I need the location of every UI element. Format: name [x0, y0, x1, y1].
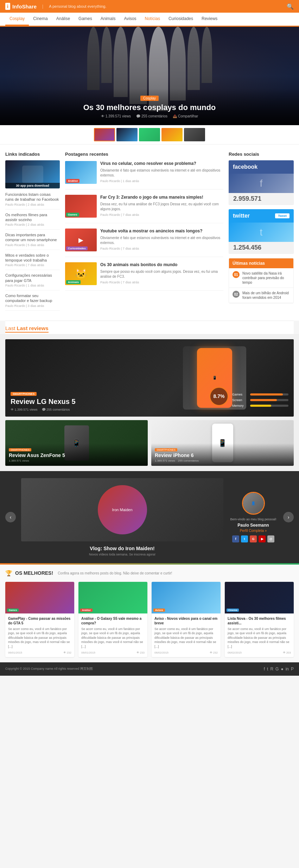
nav-link-animals[interactable]: Animals	[96, 13, 120, 25]
author-youtube-btn[interactable]: ▶	[259, 535, 266, 542]
thumbnail-4[interactable]	[161, 128, 183, 141]
twitter-count[interactable]: 1.254.456	[229, 242, 294, 254]
author-twitter-btn[interactable]: t	[241, 535, 248, 542]
footer-facebook-link[interactable]: f	[264, 667, 265, 671]
melhores-card-4[interactable]: Cinema Lista Nova - Os 30 melhores filme…	[225, 582, 294, 657]
post-item-4: 🐱 Animais Os 30 animais mais bonitos do …	[65, 262, 223, 291]
small-review-2[interactable]: 📱 SMARTPHONES Review iPhone 6 1.389.571 …	[151, 420, 294, 466]
thumbnail-2[interactable]	[116, 128, 138, 141]
footer-twitter-link[interactable]: t	[267, 667, 268, 671]
search-icon[interactable]: 🔍	[287, 3, 294, 10]
main-content: Links indicados 30 app para download Fun…	[0, 144, 299, 321]
sidebar-item-analise[interactable]: Análise	[52, 13, 74, 26]
author-gplus-btn[interactable]: G	[250, 535, 257, 542]
noticia-item-1[interactable]: 01 Novo satélite da Nasa irá contribuir …	[229, 268, 293, 288]
melhores-card-3[interactable]: Avisos Aviso - Novos vídeos para o canal…	[152, 582, 221, 657]
small-review-meta-1: 1.389.571 views	[9, 459, 144, 462]
sidebar-item-avisos[interactable]: Avisos	[120, 13, 140, 26]
card-stats-1: 👁 232	[63, 651, 71, 654]
post-title-2[interactable]: Far Cry 3: Zerando o jogo de uma maneira…	[100, 195, 223, 200]
bar-screen: Screen	[232, 398, 288, 402]
noticia-item-2[interactable]: 02 Mais de um bilhão de Android foram ve…	[229, 288, 293, 303]
hero-views: 👁 1.399.571 views	[101, 114, 131, 118]
thumbnail-3[interactable]	[139, 128, 160, 141]
card-date-1: 06/01/2015	[8, 651, 22, 654]
author-email-btn[interactable]: @	[267, 535, 274, 542]
card-views-3: 👁 232	[210, 651, 218, 654]
vlog-prev-button[interactable]: ‹	[5, 512, 16, 522]
thumbnail-5[interactable]	[184, 128, 205, 141]
card-image-3: Avisos	[152, 582, 221, 613]
author-profile-link[interactable]: Perfil Completa »	[229, 529, 278, 533]
footer-linkedin-link[interactable]: in	[286, 667, 289, 671]
post-thumb-1[interactable]: Análise	[65, 161, 97, 184]
links-feature-image[interactable]: 30 app para download	[5, 160, 60, 188]
link-author-5: Paulo Ricardo | 1 dias atrás	[5, 284, 60, 287]
card-image-1: Games	[5, 582, 74, 613]
link-item-2[interactable]: Os melhores filmes para assistir sozinho	[5, 212, 60, 223]
nav-link-cosplay[interactable]: Cosplay	[5, 13, 29, 26]
nav-link-curiosidades[interactable]: Curiosidades	[164, 13, 197, 25]
card-views-1: 👁 232	[63, 651, 71, 654]
link-item-3[interactable]: Dicas importantes para comprar um novo s…	[5, 232, 60, 243]
link-author-1: Paulo Ricardo | 2 dias atrás	[5, 203, 60, 206]
twitter-box: twitter Tweet t 1.254.456	[229, 209, 294, 254]
small-review-1[interactable]: 📱 SMARTPHONES Review Asus ZenFone 5 1.38…	[5, 420, 148, 466]
vlog-next-button[interactable]: ›	[283, 512, 294, 522]
post-badge-3: Curiosidades	[66, 246, 88, 250]
posts-column: Postagens recentes Análise Vírus no celu…	[65, 152, 223, 314]
nav-link-analise[interactable]: Análise	[52, 13, 74, 25]
nav-link-reviews[interactable]: Reviews	[197, 13, 222, 25]
sidebar-item-animals[interactable]: Animals	[96, 13, 120, 26]
author-facebook-btn[interactable]: f	[232, 535, 239, 542]
list-item: Funcionários listam coisas ruins de trab…	[5, 192, 60, 210]
tweet-button[interactable]: Tweet	[275, 213, 290, 218]
bar-games: Games	[232, 393, 288, 396]
bar-fill-memory	[250, 405, 271, 407]
post-thumb-4[interactable]: 🐱 Animais	[65, 262, 97, 285]
post-thumb-3[interactable]: ▶ Curiosidades	[65, 229, 97, 251]
small-review-views-1: 1.389.571 views	[9, 459, 29, 462]
card-badge-2: Análise	[80, 609, 93, 612]
bar-label-screen: Screen	[232, 398, 248, 402]
nav-link-noticias[interactable]: Notícias	[141, 13, 164, 25]
link-item-4[interactable]: Mitos e verdades sobre o tempoque você t…	[5, 253, 60, 263]
nav-link-cinema[interactable]: Cinema	[29, 13, 52, 25]
sidebar-item-cinema[interactable]: Cinema	[29, 13, 52, 26]
post-title-3[interactable]: Youtube volta a mostrar os anúncios mais…	[100, 229, 223, 234]
main-navigation: Cosplay Cinema Análise Games Animals Avi…	[0, 13, 299, 27]
social-heading: Redes sociais	[229, 152, 294, 157]
nav-link-games[interactable]: Games	[74, 13, 96, 25]
links-column: Links indicados 30 app para download Fun…	[5, 152, 60, 314]
author-avatar: 👤	[242, 492, 265, 515]
footer-gplus-link[interactable]: G	[275, 667, 279, 671]
thumbnail-1[interactable]	[94, 128, 115, 141]
link-item-5[interactable]: Configurações necessárias para jogar GTA	[5, 273, 60, 283]
footer-rss-link[interactable]: R	[270, 667, 273, 671]
link-item-1[interactable]: Funcionários listam coisas ruins de trab…	[5, 192, 60, 202]
post-thumb-2[interactable]: Games	[65, 195, 97, 218]
facebook-count[interactable]: 2.959.571	[229, 193, 294, 205]
links-list: Funcionários listam coisas ruins de trab…	[5, 192, 60, 311]
sidebar-item-noticias[interactable]: Notícias	[141, 13, 164, 26]
sidebar-item-reviews[interactable]: Reviews	[197, 13, 222, 26]
nav-link-avisos[interactable]: Avisos	[120, 13, 140, 25]
post-title-4[interactable]: Os 30 animais mais bonitos do mundo	[100, 262, 223, 268]
sidebar-item-cosplay[interactable]: Cosplay	[5, 13, 29, 26]
link-item-6[interactable]: Como formatar seu computador e fazer bac…	[5, 293, 60, 303]
footer-pinterest-link[interactable]: P	[291, 667, 294, 671]
post-badge-2: Games	[66, 213, 79, 217]
sidebar-item-curiosidades[interactable]: Curiosidades	[164, 13, 197, 26]
logo-divider: |	[42, 4, 43, 9]
post-title-1[interactable]: Vírus no celular, como resolver esse pro…	[100, 161, 223, 167]
card-title-4: Lista Nova - Os 30 melhores filmes assis…	[228, 616, 291, 625]
melhores-card-1[interactable]: Games GamePlay - Como passar as missões …	[5, 582, 74, 657]
footer-copyright: Copyright © 2015 Company name All rights…	[5, 667, 93, 671]
logo-icon: i	[5, 3, 10, 10]
sidebar-item-games[interactable]: Games	[74, 13, 96, 26]
hero-comments: 💬 255 comentários	[136, 114, 167, 118]
melhores-card-2[interactable]: Análise Análise - O Galaxy S5 vale mesmo…	[78, 582, 147, 657]
footer-circle-link[interactable]: ●	[281, 667, 283, 671]
hero-share[interactable]: 📤 Compartilhar	[173, 114, 198, 118]
vlog-main-content: Iron Maiden	[21, 478, 223, 541]
